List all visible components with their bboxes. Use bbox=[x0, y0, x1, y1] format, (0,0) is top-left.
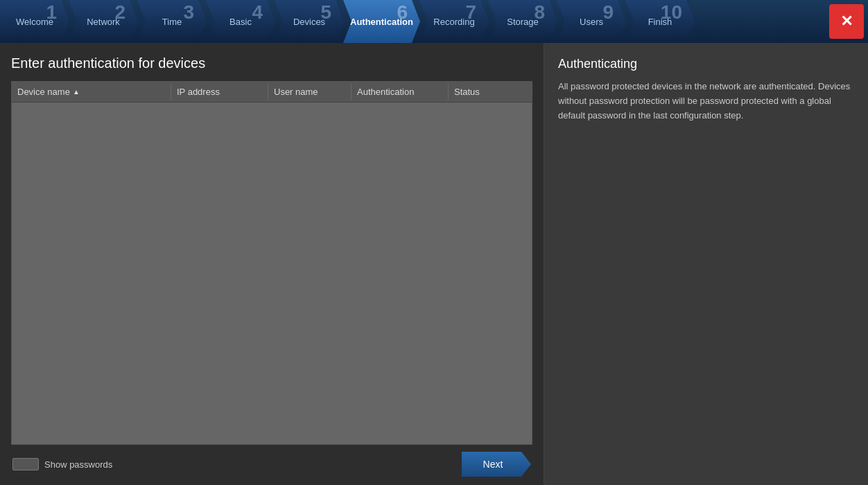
nav-item-users[interactable]: 9Users bbox=[557, 0, 626, 43]
right-panel-description: All password protected devices in the ne… bbox=[558, 80, 854, 123]
nav-label-0: Welcome bbox=[16, 17, 53, 27]
nav-label-5: Authentication bbox=[350, 17, 413, 27]
nav-item-time[interactable]: 3Time bbox=[137, 0, 207, 43]
nav-number-2: 3 bbox=[183, 3, 194, 22]
column-user-name[interactable]: User name bbox=[268, 83, 351, 100]
main-content: Enter authentication for devices Device … bbox=[0, 43, 868, 485]
device-table: Device name ▲ IP address User name Authe… bbox=[11, 81, 532, 445]
nav-number-8: 9 bbox=[602, 3, 614, 22]
next-button[interactable]: Next bbox=[462, 452, 531, 477]
right-panel: Authenticating All password protected de… bbox=[544, 43, 868, 485]
nav-item-recording[interactable]: 7Recording bbox=[419, 0, 489, 43]
column-authentication[interactable]: Authentication bbox=[351, 83, 449, 100]
column-device-name[interactable]: Device name ▲ bbox=[12, 83, 171, 100]
top-navigation: 1Welcome2Network3Time4Basic5Devices6Auth… bbox=[0, 0, 868, 43]
nav-item-devices[interactable]: 5Devices bbox=[275, 0, 344, 43]
nav-label-3: Basic bbox=[229, 17, 252, 27]
nav-number-3: 4 bbox=[252, 3, 263, 22]
nav-label-2: Time bbox=[162, 17, 182, 27]
nav-label-8: Users bbox=[580, 17, 603, 27]
nav-item-network[interactable]: 2Network bbox=[69, 0, 138, 43]
table-header: Device name ▲ IP address User name Authe… bbox=[12, 82, 532, 103]
nav-item-finish[interactable]: 10Finish bbox=[625, 0, 695, 43]
right-panel-title: Authenticating bbox=[558, 57, 854, 71]
column-ip-address[interactable]: IP address bbox=[171, 83, 268, 100]
nav-label-7: Storage bbox=[507, 17, 539, 27]
nav-item-authentication[interactable]: 6Authentication bbox=[343, 0, 420, 43]
nav-item-basic[interactable]: 4Basic bbox=[206, 0, 275, 43]
nav-label-4: Devices bbox=[293, 17, 325, 27]
page-title: Enter authentication for devices bbox=[11, 55, 532, 71]
nav-label-9: Finish bbox=[648, 17, 672, 27]
left-panel: Enter authentication for devices Device … bbox=[0, 43, 544, 485]
show-passwords-toggle[interactable]: Show passwords bbox=[12, 458, 112, 470]
nav-label-6: Recording bbox=[433, 17, 474, 27]
show-passwords-label: Show passwords bbox=[44, 459, 112, 470]
close-button[interactable]: ✕ bbox=[829, 4, 864, 39]
close-icon: ✕ bbox=[840, 12, 853, 30]
sort-arrow-icon: ▲ bbox=[73, 88, 80, 96]
column-status[interactable]: Status bbox=[449, 83, 532, 100]
bottom-controls: Show passwords Next bbox=[11, 452, 532, 477]
nav-item-storage[interactable]: 8Storage bbox=[488, 0, 557, 43]
toggle-switch[interactable] bbox=[12, 458, 39, 470]
nav-item-welcome[interactable]: 1Welcome bbox=[0, 0, 69, 43]
table-body bbox=[12, 103, 532, 444]
nav-label-1: Network bbox=[87, 17, 120, 27]
